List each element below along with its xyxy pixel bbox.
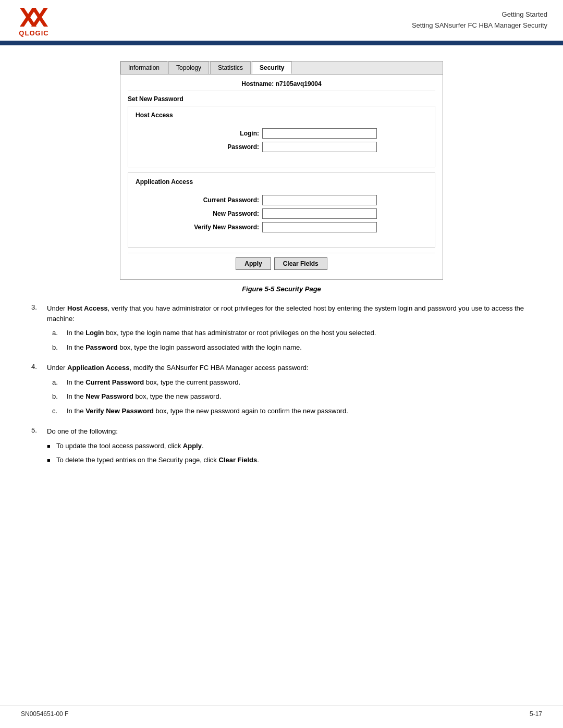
tabs-bar: Information Topology Statistics Security <box>120 61 443 75</box>
panel-content: Hostname: n7105avq19004 Set New Password… <box>120 75 443 279</box>
set-new-password-label: Set New Password <box>128 95 435 103</box>
current-password-label: Current Password: <box>186 196 259 204</box>
clear-fields-button[interactable]: Clear Fields <box>274 257 327 270</box>
header-right: Getting Started Setting SANsurfer FC HBA… <box>412 9 547 31</box>
hostname-bar: Hostname: n7105avq19004 <box>128 79 435 91</box>
step-4a-text: In the Current Password box, type the cu… <box>67 377 532 388</box>
new-password-row: New Password: <box>136 208 427 219</box>
step-4c-letter: c. <box>52 406 67 416</box>
step-5-bullets: ■ To update the tool access password, cl… <box>47 441 532 465</box>
footer-right: 5-17 <box>530 710 542 718</box>
breadcrumb-line1: Getting Started <box>412 9 547 20</box>
page-header: QLOGIC Getting Started Setting SANsurfer… <box>0 0 563 42</box>
host-access-label: Host Access <box>136 112 427 119</box>
step-4b: b. In the New Password box, type the new… <box>52 391 532 402</box>
step-4-text: Under Application Access, modify the SAN… <box>47 363 532 420</box>
bullet-1-text: To update the tool access password, clic… <box>56 441 204 451</box>
bullet-2-icon: ■ <box>47 456 56 465</box>
current-password-input[interactable] <box>262 195 377 205</box>
step-3b: b. In the Password box, type the login p… <box>52 342 532 353</box>
qlogic-logo-text: QLOGIC <box>19 29 48 37</box>
login-row: Login: <box>136 128 427 139</box>
qlogic-logo-icon <box>20 8 48 31</box>
bullet-1-icon: ■ <box>47 442 56 451</box>
app-access-section: Application Access Current Password: New… <box>128 172 435 248</box>
step-4c: c. In the Verify New Password box, type … <box>52 406 532 416</box>
tab-information[interactable]: Information <box>120 61 167 74</box>
step-3-sublist: a. In the Login box, type the login name… <box>52 328 532 352</box>
step-3b-letter: b. <box>52 342 67 353</box>
buttons-row: Apply Clear Fields <box>128 253 435 272</box>
bullet-2: ■ To delete the typed entries on the Sec… <box>47 455 532 465</box>
new-password-input[interactable] <box>262 208 377 219</box>
step-4-number: 4. <box>31 363 47 371</box>
verify-password-row: Verify New Password: <box>136 222 427 232</box>
step-4b-text: In the New Password box, type the new pa… <box>67 391 532 402</box>
step-5-number: 5. <box>31 426 47 434</box>
figure-container: Information Topology Statistics Security… <box>120 61 443 280</box>
step-4a: a. In the Current Password box, type the… <box>52 377 532 388</box>
breadcrumb-line2: Setting SANsurfer FC HBA Manager Securit… <box>412 20 547 31</box>
password-row: Password: <box>136 142 427 152</box>
page-footer: SN0054651-00 F 5-17 <box>0 706 563 718</box>
step-3a-letter: a. <box>52 328 67 338</box>
step-4a-letter: a. <box>52 377 67 388</box>
login-input[interactable] <box>262 128 377 139</box>
step-3: 3. Under Host Access, verify that you ha… <box>31 303 532 356</box>
login-label: Login: <box>186 130 259 137</box>
step-5-text: Do one of the following: ■ To update the… <box>47 426 532 470</box>
apply-button[interactable]: Apply <box>236 257 271 270</box>
host-access-section: Host Access Login: Password: <box>128 106 435 167</box>
step-3-number: 3. <box>31 303 47 311</box>
bullet-2-text: To delete the typed entries on the Secur… <box>56 455 259 465</box>
current-password-row: Current Password: <box>136 195 427 205</box>
step-4c-text: In the Verify New Password box, type the… <box>67 406 532 416</box>
step-3-text: Under Host Access, verify that you have … <box>47 303 532 356</box>
verify-password-label: Verify New Password: <box>186 224 259 231</box>
password-input[interactable] <box>262 142 377 152</box>
doc-body: 3. Under Host Access, verify that you ha… <box>31 303 532 470</box>
figure-caption: Figure 5-5 Security Page <box>31 285 532 293</box>
step-5: 5. Do one of the following: ■ To update … <box>31 426 532 470</box>
tab-statistics[interactable]: Statistics <box>210 61 251 74</box>
svg-marker-1 <box>31 8 48 27</box>
step-4-sublist: a. In the Current Password box, type the… <box>52 377 532 416</box>
step-4: 4. Under Application Access, modify the … <box>31 363 532 420</box>
app-access-label: Application Access <box>136 178 427 186</box>
logo-area: QLOGIC <box>16 9 52 35</box>
step-3a: a. In the Login box, type the login name… <box>52 328 532 338</box>
bullet-1: ■ To update the tool access password, cl… <box>47 441 532 451</box>
tab-security[interactable]: Security <box>252 61 292 74</box>
step-3a-text: In the Login box, type the login name th… <box>67 328 532 338</box>
step-4b-letter: b. <box>52 391 67 402</box>
new-password-label: New Password: <box>186 210 259 217</box>
footer-left: SN0054651-00 F <box>21 710 68 718</box>
main-content: Information Topology Statistics Security… <box>0 45 563 491</box>
qlogic-svg-logo <box>20 8 48 28</box>
password-label: Password: <box>186 143 259 151</box>
verify-password-input[interactable] <box>262 222 377 232</box>
tab-topology[interactable]: Topology <box>168 61 209 74</box>
logo-box: QLOGIC <box>16 9 52 35</box>
step-3b-text: In the Password box, type the login pass… <box>67 342 532 353</box>
